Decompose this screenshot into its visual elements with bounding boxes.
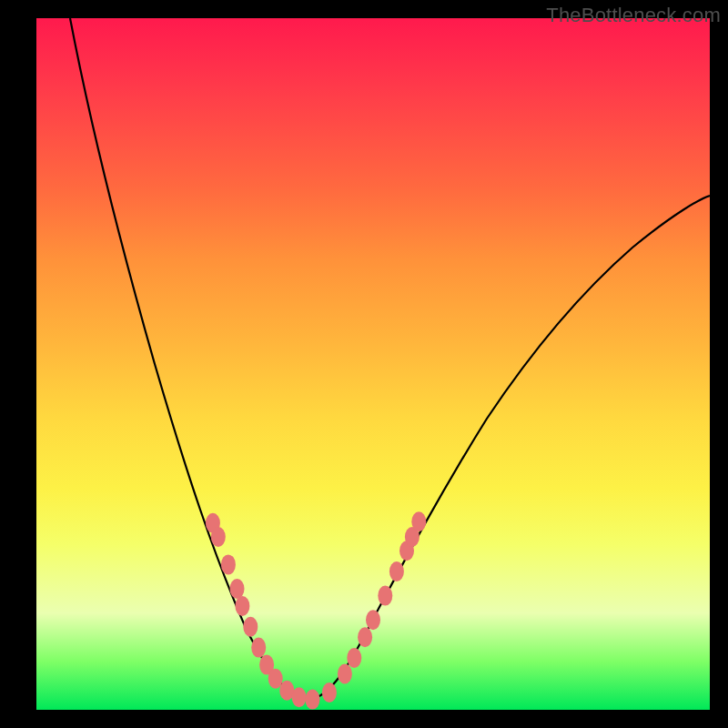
curve-marker: [221, 554, 236, 574]
plot-area: [36, 18, 710, 710]
curve-marker: [243, 617, 258, 637]
curve-marker: [358, 627, 372, 647]
curve-marker: [366, 610, 380, 630]
curve-marker: [211, 527, 226, 547]
marker-group: [206, 511, 426, 709]
curve-marker: [411, 511, 426, 531]
watermark-text: TheBottleneck.com: [546, 4, 721, 27]
curve-marker: [378, 586, 392, 606]
curve-marker: [347, 648, 361, 668]
curve-marker: [292, 687, 307, 707]
curve-marker: [251, 638, 266, 658]
curve-marker: [230, 579, 245, 599]
curve-svg: [36, 18, 710, 710]
curve-marker: [338, 664, 352, 684]
chart-frame: TheBottleneck.com: [0, 0, 728, 728]
curve-marker: [389, 561, 404, 581]
curve-marker: [322, 682, 337, 703]
curve-marker: [305, 690, 319, 710]
curve-marker: [235, 596, 249, 616]
